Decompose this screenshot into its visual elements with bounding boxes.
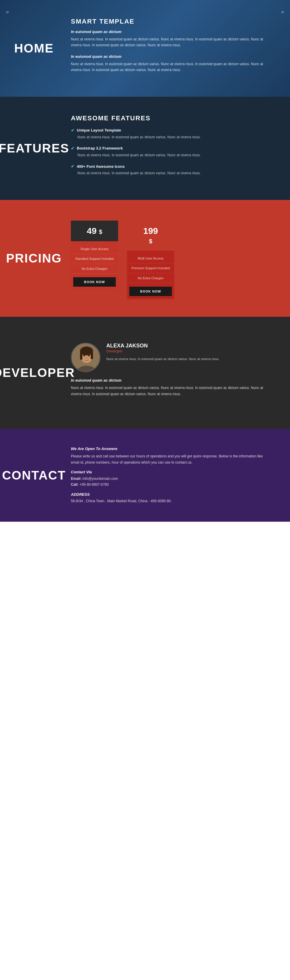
plan-feature-1-3: No Extra Charges bbox=[71, 264, 118, 274]
nav-arrow-right[interactable]: « bbox=[281, 9, 284, 15]
svg-rect-5 bbox=[91, 351, 93, 359]
pricing-cards: 49 $ Single User Access Standard Support… bbox=[71, 221, 174, 299]
contact-email-value: info@yourdomain.com bbox=[82, 477, 118, 481]
book-now-button-1[interactable]: BOOK NOW bbox=[73, 277, 116, 286]
list-item: ✔ Unique Layout Template Nunc at viverra… bbox=[71, 128, 200, 140]
feature-item-title-2: ✔ Bootstrap 3.2 Framework bbox=[71, 146, 200, 151]
pricing-card-2: 199 $ Multi User Access Premium Support … bbox=[127, 221, 174, 299]
home-label: HOME bbox=[0, 41, 68, 56]
features-list: ✔ Unique Layout Template Nunc at viverra… bbox=[71, 128, 200, 177]
price-box-1: 49 $ bbox=[71, 221, 118, 241]
developer-profile: ALEXA JAKSON Developer Nunc at viverra r… bbox=[71, 343, 266, 372]
contact-section: CONTACT We Are Open To Answere Please wr… bbox=[0, 429, 290, 522]
avatar bbox=[71, 343, 100, 372]
contact-intro: Please write us and call use between our… bbox=[71, 453, 266, 465]
plan-feature-2-2: Premium Support Included bbox=[127, 263, 174, 274]
features-label: FEATURES bbox=[0, 141, 68, 156]
pricing-section: PRICING 49 $ Single User Access Standard… bbox=[0, 200, 290, 317]
dev-role: Developer bbox=[106, 349, 266, 353]
home-subtitle-1: In euismod quam ac dictum bbox=[71, 30, 266, 34]
book-now-button-2[interactable]: BOOK NOW bbox=[129, 286, 172, 296]
dev-info: ALEXA JAKSON Developer Nunc at viverra r… bbox=[106, 343, 266, 361]
pricing-card-1: 49 $ Single User Access Standard Support… bbox=[71, 221, 118, 290]
features-content: AWESOME FEATURES ✔ Unique Layout Templat… bbox=[71, 115, 212, 182]
pricing-label: PRICING bbox=[0, 251, 68, 266]
contact-via-heading: Contact Via bbox=[71, 470, 266, 474]
svg-point-8 bbox=[86, 357, 87, 358]
dev-text: Nunc at viverra risus. In euismod quam a… bbox=[71, 385, 266, 397]
price-box-2: 199 $ bbox=[127, 221, 174, 251]
contact-label: CONTACT bbox=[0, 468, 68, 482]
svg-point-6 bbox=[83, 355, 85, 356]
checkmark-icon: ✔ bbox=[71, 164, 74, 169]
dev-quote: Nunc at viverra risus. In euismod quam a… bbox=[106, 356, 266, 362]
list-item: ✔ Bootstrap 3.2 Framework Nunc at viverr… bbox=[71, 146, 200, 158]
avatar-image bbox=[72, 344, 100, 372]
developer-content: ALEXA JAKSON Developer Nunc at viverra r… bbox=[71, 343, 277, 403]
feature-item-title-3: ✔ 400+ Font Awesome Icons bbox=[71, 164, 200, 169]
contact-phone: Call: +95-90-8907-6780 bbox=[71, 482, 266, 487]
svg-rect-4 bbox=[80, 351, 82, 360]
home-content: SMART TEMPLAE In euismod quam ac dictum … bbox=[71, 18, 277, 79]
home-section: » « HOME SMART TEMPLAE In euismod quam a… bbox=[0, 0, 290, 97]
pricing-content: 49 $ Single User Access Standard Support… bbox=[71, 218, 186, 299]
contact-content: We Are Open To Answere Please write us a… bbox=[71, 447, 277, 504]
home-title: SMART TEMPLAE bbox=[71, 18, 266, 25]
plan-feature-1-1: Single User Access bbox=[71, 244, 118, 254]
call-label: Call: bbox=[71, 482, 79, 487]
contact-email: Email: info@yourdomain.com bbox=[71, 476, 266, 482]
home-subtitle-2: In euismod quam ac dictum bbox=[71, 54, 266, 59]
contact-phone-value: +95-90-8907-6780 bbox=[79, 482, 109, 487]
plan-feature-1-2: Standard Support Included bbox=[71, 254, 118, 264]
feature-desc-3: Nunc at viverra risus. In euismod quam a… bbox=[71, 170, 200, 176]
developer-label: DEVELOPER bbox=[0, 366, 68, 380]
address-heading: ADDRESS bbox=[71, 492, 266, 496]
features-title: AWESOME FEATURES bbox=[71, 115, 200, 122]
feature-item-title-1: ✔ Unique Layout Template bbox=[71, 128, 200, 133]
features-section: FEATURES AWESOME FEATURES ✔ Unique Layou… bbox=[0, 97, 290, 200]
plan-feature-2-1: Multi User Access bbox=[127, 254, 174, 264]
home-text-1: Nunc at viverra risus. In euismod quam a… bbox=[71, 36, 266, 48]
dev-name: ALEXA JAKSON bbox=[106, 343, 266, 349]
feature-desc-2: Nunc at viverra risus. In euismod quam a… bbox=[71, 152, 200, 158]
feature-desc-1: Nunc at viverra risus. In euismod quam a… bbox=[71, 134, 200, 140]
email-label: Email: bbox=[71, 477, 82, 481]
plan-feature-2-3: No Extra Charges bbox=[127, 274, 174, 283]
svg-point-7 bbox=[88, 355, 90, 356]
checkmark-icon: ✔ bbox=[71, 146, 74, 151]
developer-section: DEVELOPER bbox=[0, 317, 290, 429]
list-item: ✔ 400+ Font Awesome Icons Nunc at viverr… bbox=[71, 164, 200, 176]
home-text-2: Nunc at viverra risus. In euismod quam a… bbox=[71, 61, 266, 73]
contact-address: 56-8/34 , China Town , Main Market Road,… bbox=[71, 498, 266, 504]
contact-heading: We Are Open To Answere bbox=[71, 447, 266, 451]
dev-subtitle: In euismod quam ac dictum bbox=[71, 378, 266, 382]
nav-arrow-left[interactable]: » bbox=[6, 9, 9, 15]
checkmark-icon: ✔ bbox=[71, 128, 74, 133]
